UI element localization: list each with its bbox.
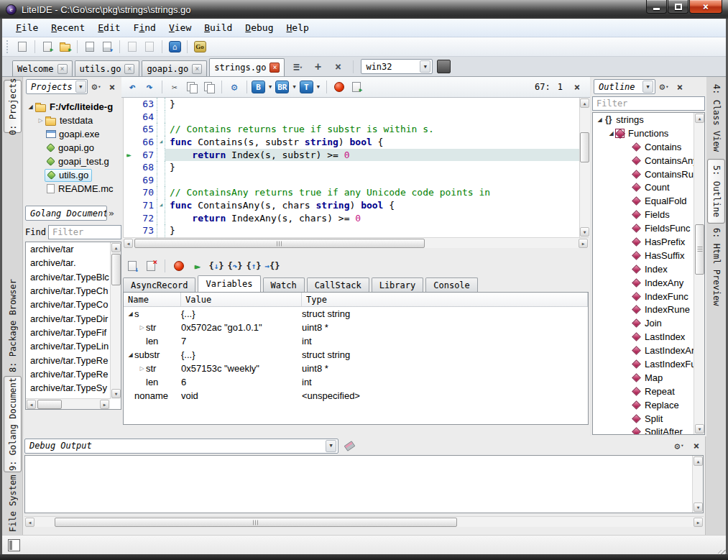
outline-item-count[interactable]: Count [593,180,704,194]
scroll-thumb[interactable] [55,518,457,527]
fold-marker-icon[interactable]: ◢ [157,136,165,149]
scroll-thumb[interactable] [111,254,121,285]
paste-icon[interactable] [201,80,217,94]
debug-output-text[interactable]: ▲ ▼ [24,455,704,513]
scroll-right-arrow[interactable]: ▶ [579,239,588,248]
editor-close-icon[interactable]: × [570,81,584,93]
scroll-thumb[interactable] [134,239,425,248]
home-icon[interactable]: ⌂ [167,40,183,54]
outline-close-icon[interactable]: × [673,81,687,93]
step-out-icon[interactable]: {↑} [246,259,262,273]
projects-close-icon[interactable]: × [105,81,119,93]
chevron-down-icon[interactable]: ▼ [420,60,430,73]
file-tree-item[interactable]: ▷testdata [24,114,123,127]
expander-expanded-icon[interactable]: ◢ [596,116,604,123]
output-vscrollbar[interactable]: ▲ ▼ [692,456,703,513]
file-tree-item[interactable]: README.mc [24,182,123,196]
output-hscrollbar[interactable]: ◀ ▶ [24,516,704,527]
list-item[interactable]: archive/tar.TypeRe [26,353,110,367]
output-selector-combo[interactable]: Debug Output▼ [24,439,338,454]
scroll-right-arrow[interactable]: ▶ [100,400,109,409]
scroll-left-arrow[interactable]: ◀ [27,400,36,409]
line-number[interactable]: 70 [134,186,157,199]
scroll-up-arrow[interactable]: ▲ [111,243,121,252]
list-item[interactable]: archive/tar.TypeSy [26,381,110,395]
line-number[interactable]: 66 [134,136,157,149]
file-tree-item[interactable]: goapi.go [24,141,123,155]
build-config-icon[interactable]: ⚙ [226,80,242,94]
dock-tab-5-outline[interactable]: 5: Outline [707,159,725,224]
menu-debug[interactable]: Debug [239,21,280,35]
outline-item-join[interactable]: Join [593,316,704,330]
menu-find[interactable]: Find [127,21,162,35]
code-editor[interactable]: 63}6465// Contains returns true if subst… [123,98,589,237]
outline-item-fieldsfunc[interactable]: FieldsFunc [593,221,704,235]
outline-item-indexany[interactable]: IndexAny [593,276,704,290]
chevron-down-icon[interactable]: ▼ [326,440,336,452]
tab-list-icon[interactable]: ≡▾ [290,60,305,74]
menu-edit[interactable]: Edit [91,21,126,35]
expander-expanded-icon[interactable]: ◢ [27,104,34,110]
tab-utils.go[interactable]: utils.go× [75,60,140,76]
outline-filter-input[interactable]: Filter [592,96,705,111]
scroll-thumb[interactable] [580,132,589,162]
open-folder-icon[interactable]: ▸ [57,40,73,54]
open-file-icon[interactable]: ▸ [40,40,55,54]
edit-next-icon[interactable] [142,40,157,54]
build-button-BR[interactable]: BR [275,81,289,93]
doc-more-button[interactable]: » [109,208,114,219]
dock-tab-4-class-view[interactable]: 4: Class View [707,80,725,156]
variable-row[interactable]: ◢substr{...}struct string [124,348,588,362]
tab-add-icon[interactable]: + [310,60,326,74]
outline-item-split[interactable]: Split [593,412,704,426]
toggle-panel-icon[interactable] [8,539,20,551]
redo-icon[interactable]: ↷ [142,80,157,94]
build-button-T[interactable]: T [300,81,313,93]
dock-tab-8-package-browser[interactable]: 8: Package Browser [4,278,22,373]
list-item[interactable]: archive/tar. [26,256,110,270]
maximize-button[interactable] [668,0,688,14]
undo-icon[interactable]: ↶ [124,80,140,94]
minimize-button[interactable] [646,0,667,14]
line-number[interactable]: 72 [134,212,157,225]
scroll-left-arrow[interactable]: ◀ [124,239,133,248]
projects-gear-icon[interactable]: ⚙▾ [89,81,103,93]
line-number[interactable]: 71 [134,199,157,212]
outline-vscrollbar[interactable]: ▲ ▼ [694,113,704,434]
scroll-thumb[interactable] [695,224,704,275]
scroll-down-arrow[interactable]: ▼ [111,389,121,398]
list-item[interactable]: archive/tar.TypeCh [26,284,110,298]
scroll-down-arrow[interactable]: ▼ [580,227,589,237]
line-number[interactable]: 64 [134,111,157,124]
remove-record-icon[interactable]: × [143,259,159,273]
run-to-cursor-icon[interactable]: →{} [264,259,280,273]
outline-item-lastindexar[interactable]: LastIndexAr [593,344,704,357]
outline-item-equalfold[interactable]: EqualFold [593,194,704,208]
outline-item-hasprefix[interactable]: HasPrefix [593,235,704,249]
debug-stop-icon[interactable] [331,80,347,94]
build-file-icon[interactable]: ▸ [349,80,364,94]
projects-combo[interactable]: Projects▼ [26,79,88,94]
golang-document-combo[interactable]: Golang Document▼ [25,206,107,221]
expander-expanded-icon[interactable]: ◢ [607,130,615,137]
scroll-up-arrow[interactable]: ▲ [695,114,704,123]
tab-close-icon[interactable]: × [330,60,346,74]
file-tree-item[interactable]: goapi.exe [24,127,123,141]
chevron-down-icon[interactable]: ▼ [317,84,320,90]
chevron-down-icon[interactable]: ▼ [642,81,653,93]
edit-prev-icon[interactable] [124,40,140,54]
outline-item-splitafter[interactable]: SplitAfter [593,425,704,435]
save-all-icon[interactable]: ▾ [99,40,115,54]
variable-row[interactable]: len7int [124,334,588,348]
column-header-type[interactable]: Type [302,293,588,306]
outline-item-containsany[interactable]: ContainsAny [593,154,704,167]
clear-output-icon[interactable] [341,439,357,453]
debug-tab-variables[interactable]: Variables [198,275,260,292]
list-item[interactable]: archive/tar.TypeLin [26,339,110,353]
line-number[interactable]: 63 [134,98,157,111]
line-number[interactable]: 67 [134,149,157,162]
dock-tab-0-projects[interactable]: 0: Projects [4,80,22,133]
outline-item-indexrune[interactable]: IndexRune [593,303,704,316]
file-tree-item[interactable]: utils.go [24,168,123,182]
menu-help[interactable]: Help [280,21,315,35]
